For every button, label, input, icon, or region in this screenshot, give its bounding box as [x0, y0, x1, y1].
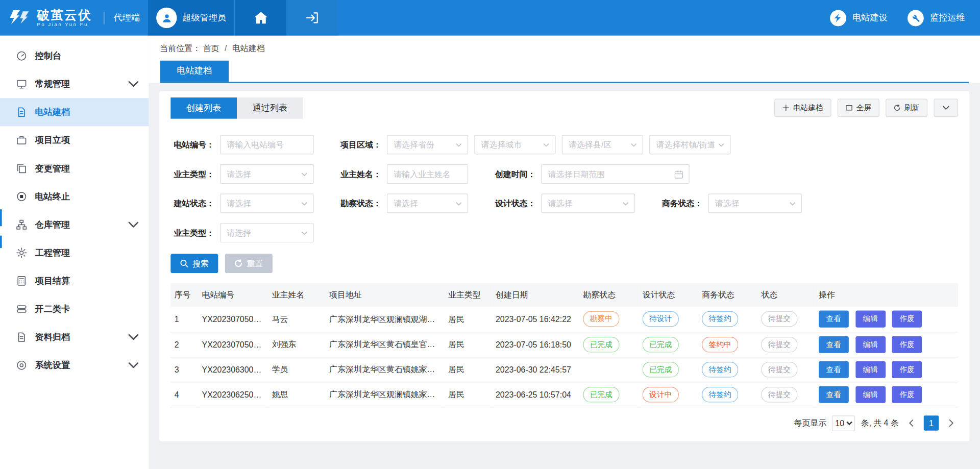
view-button[interactable]: 查看 [819, 361, 849, 378]
date-range-picker[interactable]: 请选择日期范围 [541, 164, 689, 184]
view-button[interactable]: 查看 [819, 311, 849, 328]
card-icon [16, 304, 27, 314]
filter-form: 电站编号： 项目区域： 请选择省份 请选择城市 [170, 135, 958, 242]
business-status-badge: 待签约 [702, 361, 738, 377]
fullscreen-button[interactable]: 全屏 [838, 98, 879, 117]
chevron-down-icon [943, 104, 949, 111]
cell-no: 2 [170, 332, 198, 357]
cell-no: 1 [170, 307, 198, 332]
tab-passed-list[interactable]: 通过列表 [237, 97, 303, 119]
col-station-no: 电站编号 [198, 283, 268, 307]
business-status-select[interactable]: 请选择 [708, 194, 802, 213]
cell-owner-type: 居民 [445, 357, 492, 382]
user-name: 超级管理员 [183, 12, 227, 23]
station-no-input[interactable] [220, 135, 314, 154]
list-card: 创建列表 通过列表 电站建档 全屏 刷新 [159, 91, 969, 441]
prev-page-button[interactable] [904, 416, 918, 430]
next-page-button[interactable] [944, 416, 958, 430]
survey-status-select[interactable]: 请选择 [387, 194, 468, 213]
nav-monitoring-ops[interactable]: 监控运维 [897, 0, 980, 36]
col-actions: 操作 [815, 283, 958, 307]
refresh-label: 刷新 [904, 103, 919, 113]
station-no-label: 电站编号： [170, 139, 214, 150]
district-placeholder: 请选择县/区 [569, 139, 611, 150]
chevron-down-icon [128, 219, 139, 230]
page-tab-station-filing[interactable]: 电站建档 [160, 61, 229, 82]
logout-button[interactable] [286, 0, 337, 36]
void-button[interactable]: 作废 [892, 311, 922, 328]
collapse-toolbar-button[interactable] [934, 98, 958, 117]
col-owner-type: 业主类型 [445, 283, 492, 307]
document-icon [16, 107, 27, 117]
edit-button[interactable]: 编辑 [855, 386, 886, 403]
reset-button[interactable]: 重置 [225, 254, 273, 273]
tab-create-list[interactable]: 创建列表 [170, 97, 237, 119]
create-station-button[interactable]: 电站建档 [774, 98, 831, 117]
per-page-prefix: 每页显示 [794, 417, 826, 429]
build-status-select[interactable]: 请选择 [220, 194, 314, 213]
fullscreen-icon [846, 104, 852, 111]
cell-station-no: YX2023063000009 [198, 357, 268, 382]
copy-icon [16, 163, 27, 174]
fullscreen-label: 全屏 [856, 103, 871, 113]
content: 创建列表 通过列表 电站建档 全屏 刷新 [149, 83, 980, 469]
district-select[interactable]: 请选择县/区 [562, 135, 643, 154]
sidebar-item-label: 项目结算 [35, 275, 70, 286]
nav-station-construction[interactable]: 电站建设 [820, 0, 898, 36]
business-status-placeholder: 请选择 [715, 198, 740, 209]
breadcrumb-home[interactable]: 首页 [203, 44, 219, 53]
owner-type2-select[interactable]: 请选择 [220, 223, 314, 242]
sidebar-item-station-filing[interactable]: 电站建档 [0, 98, 149, 126]
sidebar-item-data-archive[interactable]: 资料归档 [0, 323, 149, 351]
per-page-select[interactable]: 10 [832, 415, 855, 431]
owner-name-input[interactable] [387, 164, 468, 184]
page-number[interactable]: 1 [924, 415, 939, 430]
town-select[interactable]: 请选择村镇/街道 [649, 135, 730, 154]
sidebar-item-general-management[interactable]: 常规管理 [0, 70, 149, 98]
main-area: 当前位置： 首页 / 电站建档 电站建档 创建列表 通过列表 电站建档 [149, 36, 980, 469]
design-status-select[interactable]: 请选择 [541, 194, 635, 213]
cell-no: 3 [170, 357, 198, 382]
create-station-label: 电站建档 [793, 103, 823, 113]
edit-button[interactable]: 编辑 [855, 336, 886, 353]
refresh-button[interactable]: 刷新 [886, 98, 927, 117]
owner-type-placeholder: 请选择 [227, 168, 251, 180]
void-button[interactable]: 作废 [892, 386, 922, 403]
province-select[interactable]: 请选择省份 [387, 135, 468, 154]
stop-icon [16, 191, 27, 202]
business-status-label: 商务状态： [659, 198, 703, 209]
reset-label: 重置 [247, 258, 263, 269]
sidebar-item-station-termination[interactable]: 电站终止 [0, 183, 149, 211]
sidebar-item-system-settings[interactable]: 系统设置 [0, 351, 149, 379]
city-select[interactable]: 请选择城市 [474, 135, 555, 154]
home-button[interactable] [234, 0, 286, 36]
sidebar-item-project-settlement[interactable]: 项目结算 [0, 267, 149, 295]
search-button[interactable]: 搜索 [170, 254, 218, 273]
logo[interactable]: 破茧云伏 Po Jian Yun Fu 代理端 [0, 0, 148, 36]
city-placeholder: 请选择城市 [481, 139, 522, 150]
sidebar-scroll-indicator [0, 209, 2, 226]
edit-button[interactable]: 编辑 [855, 311, 886, 328]
sidebar-item-label: 资料归档 [35, 332, 70, 343]
sidebar-item-console[interactable]: 控制台 [0, 42, 149, 70]
search-icon [180, 259, 188, 267]
view-button[interactable]: 查看 [819, 336, 849, 353]
edit-button[interactable]: 编辑 [855, 361, 886, 378]
sidebar-item-project-initiation[interactable]: 项目立项 [0, 126, 149, 154]
divider [104, 12, 104, 24]
col-business: 商务状态 [698, 283, 757, 307]
owner-type-select[interactable]: 请选择 [220, 164, 314, 184]
sidebar-item-warehouse-management[interactable]: 仓库管理 [0, 211, 149, 239]
user-menu[interactable]: 超级管理员 [148, 0, 234, 36]
view-button[interactable]: 查看 [819, 386, 849, 403]
cell-created: 2023-06-25 10:57:04 [492, 382, 579, 407]
station-table: 序号 电站编号 业主姓名 项目地址 业主类型 创建日期 勘察状态 设计状态 商务… [170, 283, 958, 407]
sidebar-item-type2-card[interactable]: 开二类卡 [0, 295, 149, 323]
lightning-icon [830, 10, 846, 26]
cell-created: 2023-07-05 16:18:50 [492, 332, 579, 357]
logout-icon [305, 12, 318, 23]
void-button[interactable]: 作废 [892, 336, 922, 353]
sidebar-item-engineering-management[interactable]: 工程管理 [0, 239, 149, 267]
sidebar-item-change-management[interactable]: 变更管理 [0, 154, 149, 182]
void-button[interactable]: 作废 [892, 361, 922, 378]
